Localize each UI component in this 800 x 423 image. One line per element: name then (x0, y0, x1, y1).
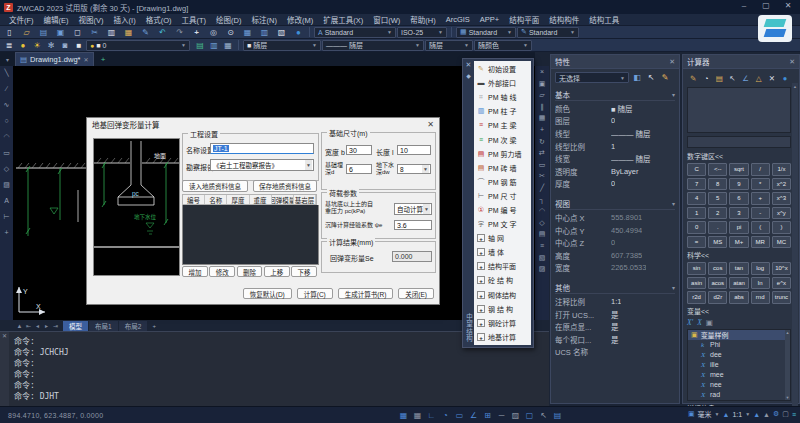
table-row-button[interactable]: 删除 (237, 266, 263, 277)
property-row[interactable]: 注释比例 1:1 (555, 295, 675, 308)
annotation-visibility-icon[interactable]: ▲ (753, 411, 760, 418)
grid-icon[interactable]: ▦ (398, 409, 409, 421)
calculator-key[interactable]: - (751, 207, 770, 220)
palette-item[interactable]: ▥ PM 柱 子 (475, 104, 530, 118)
calculator-key[interactable]: 10^x (772, 262, 791, 275)
menu-item[interactable]: 插入(I) (109, 14, 141, 25)
edit-variable-icon[interactable]: X (697, 318, 702, 327)
undo-icon[interactable]: ↶ (156, 27, 169, 38)
new-icon[interactable]: ▯ (3, 27, 16, 38)
scale-dropdown-icon[interactable]: ▼ (745, 411, 750, 417)
property-row[interactable]: 高度 607.7385 (555, 249, 675, 262)
tree-scrollbar[interactable]: ▲▼ (785, 330, 790, 400)
calculator-key[interactable]: 9 (729, 178, 748, 191)
calculator-key[interactable]: <-- (708, 163, 727, 176)
text-style-dropdown[interactable]: A Standard▼ (314, 27, 396, 38)
draw-tool-icon[interactable]: ∕ (6, 85, 7, 95)
calculator-key[interactable]: 1/x (772, 163, 791, 176)
modify-tool-icon[interactable]: ▱ (539, 91, 544, 100)
dialog-action-button[interactable]: 计算(C) (297, 288, 333, 299)
selection-cycling-icon[interactable]: ▢ (524, 409, 535, 421)
hamburger-menu-icon[interactable]: ≡ (792, 411, 796, 418)
palette-item[interactable]: + 墙 体 (475, 245, 530, 259)
calculator-key[interactable]: 0 (687, 221, 706, 234)
calculator-key[interactable]: x^3 (772, 192, 791, 205)
calculator-key[interactable]: 1 (687, 207, 706, 220)
get-coordinates-icon[interactable]: ↖ (726, 72, 738, 85)
layer-freeze-icon[interactable]: ✻ (45, 40, 57, 51)
dialog-action-button[interactable]: 恢复默认(D) (243, 288, 292, 299)
palette-item[interactable]: + 钢 结 构 (475, 302, 530, 316)
calculator-key[interactable]: MR (751, 236, 770, 249)
menu-item[interactable]: 视图(V) (74, 14, 109, 25)
soil-table-body[interactable] (182, 205, 319, 265)
property-row[interactable]: 线型比例 1 (555, 140, 675, 153)
print-icon[interactable]: ▣ (54, 27, 67, 38)
make-layer-current-icon[interactable]: ▤ (194, 40, 206, 51)
calculator-key[interactable]: 3 (729, 207, 748, 220)
maximize-button[interactable]: ▢ (760, 1, 772, 10)
menu-item[interactable]: 结构工具 (584, 14, 624, 25)
layout-tab[interactable]: 布局1 (89, 321, 118, 331)
match-properties-icon[interactable]: ✎ (139, 27, 152, 38)
properties-close-icon[interactable]: ✕ (669, 58, 675, 66)
menu-item[interactable]: 文件(F) (4, 14, 39, 25)
section-header[interactable]: 视图▾ (555, 197, 675, 210)
tab-list-dropdown-icon[interactable]: ▾ (3, 56, 12, 63)
draw-tool-icon[interactable]: + (4, 229, 8, 239)
palette-item[interactable]: 字 PM 文 字 (475, 217, 530, 231)
menu-item[interactable]: 窗口(W) (368, 14, 405, 25)
command-close-icon[interactable]: ✕ (2, 333, 7, 339)
survey-report-dropdown[interactable]: 《岩土工程勘察报告》▼ (210, 159, 314, 171)
ortho-icon[interactable]: ∟ (426, 409, 437, 421)
layer-previous-icon[interactable]: ▥ (208, 40, 220, 51)
calculator-key[interactable]: C (687, 163, 706, 176)
modify-tool-icon[interactable]: ✂ (539, 172, 545, 181)
palette-item[interactable]: ① PM 编 号 (475, 203, 530, 217)
gear-icon[interactable]: ⚙ (773, 410, 779, 418)
workspace-pointer-icon[interactable]: ↖ (538, 409, 549, 421)
new-variable-icon[interactable]: X′ (687, 318, 693, 327)
palette-item[interactable]: + 钢砼计算 (475, 316, 530, 330)
modify-tool-icon[interactable]: ◠ (539, 207, 545, 216)
calculator-key[interactable]: x^y (772, 207, 791, 220)
layout-tab[interactable]: 布局2 (119, 321, 148, 331)
calculator-panel-header[interactable]: 计算器 ✕ (683, 55, 799, 69)
calculator-key[interactable]: d2r (708, 291, 727, 304)
calculator-key[interactable]: sqrt (729, 163, 748, 176)
calculator-key[interactable]: . (708, 221, 727, 234)
redo-icon[interactable]: ↷ (173, 27, 186, 38)
depth-input[interactable]: 6 (346, 164, 372, 174)
menu-item[interactable]: 扩展工具(X) (318, 14, 368, 25)
pc-dropdown[interactable]: 自动计算▼ (394, 203, 432, 215)
minimize-button[interactable]: – (738, 1, 750, 10)
layout-nav-icon[interactable]: ⇥ (51, 322, 60, 329)
draw-tool-icon[interactable]: ▨ (3, 181, 10, 191)
variable-row[interactable]: X ille (688, 360, 790, 370)
calculator-key[interactable]: 2 (708, 207, 727, 220)
toggle-pickadd-icon[interactable]: ✎ (659, 72, 671, 83)
calculator-key[interactable]: 8 (708, 178, 727, 191)
property-row[interactable]: 线宽 ——— 随层 (555, 152, 675, 165)
palette-item[interactable]: ▬ 外部接口 (475, 76, 530, 90)
modify-tool-icon[interactable]: ▨ (539, 265, 546, 274)
palette-item[interactable]: + 地基计算 (475, 330, 530, 344)
calculator-key[interactable]: abs (729, 291, 748, 304)
calculator-key[interactable]: 6 (729, 192, 748, 205)
variable-row[interactable]: X dee (688, 350, 790, 360)
calculator-key[interactable]: acos (708, 277, 727, 290)
stylus-icon[interactable]: ✎ (687, 72, 699, 85)
variables-section-label[interactable]: 变量<< (687, 306, 791, 316)
snap-icon[interactable]: ▦ (412, 409, 423, 421)
open-icon[interactable]: ▱ (20, 27, 33, 38)
units-label[interactable]: 毫米 (698, 409, 712, 419)
calculator-key[interactable]: trunc (772, 291, 791, 304)
color-dropdown[interactable]: ■ 随层▼ (243, 40, 321, 51)
modify-tool-icon[interactable]: × (540, 68, 544, 77)
fullscreen-icon[interactable]: ▢ (782, 410, 789, 418)
menu-item[interactable]: 标注(N) (247, 14, 282, 25)
menu-item[interactable]: 修改(M) (282, 14, 318, 25)
transparency-icon[interactable]: ▨ (510, 409, 521, 421)
table-row-button[interactable]: 增加 (182, 266, 208, 277)
table-row-button[interactable]: 上移 (264, 266, 290, 277)
